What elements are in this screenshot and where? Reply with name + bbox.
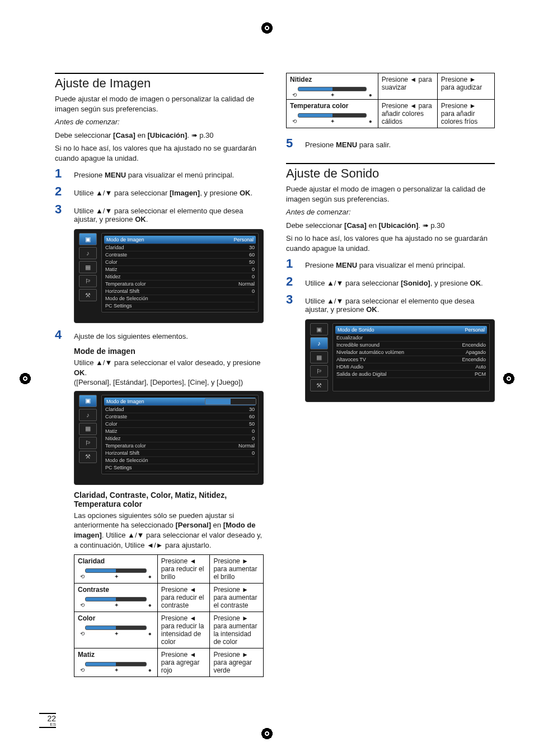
menu-icon-sound: ♪ xyxy=(79,409,97,421)
selection-highlight-box xyxy=(205,398,256,405)
step-4: 4 Ajuste de los siguientes elementos. xyxy=(55,329,264,341)
before-line-a: Debe seleccionar [Casa] en [Ubicación]. … xyxy=(55,130,264,141)
step-1: 1 Presione MENU para visualizar el menú … xyxy=(55,167,264,180)
heading-ajuste-sonido: Ajuste de Sonido xyxy=(286,166,495,181)
menu-row: Matiz0 xyxy=(105,428,255,435)
step-2: 2 Utilice ▲/▼ para seleccionar [Imagen],… xyxy=(55,185,264,198)
menu-icon-picture: ▣ xyxy=(310,323,328,335)
before-label: Antes de comenzar: xyxy=(55,117,264,127)
menu-row: Altavoces TVEncendido xyxy=(336,356,486,363)
param-right-action: Presione ► para agudizar xyxy=(437,73,494,100)
params-table-left: Claridad ⟲✦● Presione ◄ para reducir el … xyxy=(74,554,264,677)
adj-heading: Claridad, Contraste, Color, Matiz, Nitid… xyxy=(74,491,264,508)
menu-row: Color50 xyxy=(105,421,255,428)
menu-icon-picture: ▣ xyxy=(79,233,97,245)
menu-icon-install: ⚒ xyxy=(79,451,97,463)
registration-mark-right xyxy=(503,373,514,384)
before-line-b-sonido: Si no lo hace así, los valores que ha aj… xyxy=(286,234,495,253)
step-2-sonido: 2 Utilice ▲/▼ para seleccionar [Sonido],… xyxy=(286,276,495,288)
menu-row: Color50 xyxy=(105,259,255,266)
menu-row: PC Settings xyxy=(105,302,255,310)
param-right-action: Presione ► para agregar verde xyxy=(210,648,264,677)
param-right-action: Presione ► para aumentar el brillo xyxy=(210,555,264,584)
slider-graphic: ⟲✦● xyxy=(290,87,374,97)
menu-icon-picture: ▣ xyxy=(79,395,97,407)
before-line-a-sonido: Debe seleccionar [Casa] en [Ubicación]. … xyxy=(286,221,495,231)
param-left-action: Presione ◄ para suavizar xyxy=(378,73,437,100)
param-row: Claridad ⟲✦● Presione ◄ para reducir el … xyxy=(74,555,264,584)
before-label-sonido: Antes de comenzar: xyxy=(286,207,495,217)
param-label-cell: Color ⟲✦● xyxy=(74,612,158,648)
heading-rule xyxy=(286,163,495,164)
param-left-action: Presione ◄ para reducir el brillo xyxy=(157,555,210,584)
menu-row: Ecualizador xyxy=(336,334,486,342)
menu-row: Horizontal Shift0 xyxy=(105,450,255,457)
menu-icon-sound: ♪ xyxy=(79,247,97,259)
param-label-cell: Temperatura color ⟲✦● xyxy=(287,100,378,128)
mode-de-imagen-heading: Mode de imagen xyxy=(74,347,264,356)
menu-row: Claridad30 xyxy=(105,244,255,251)
menu-screenshot-imagen-2: ▣ ♪ ▦ 🏳 ⚒ Modo de ImagenPersonalClaridad… xyxy=(74,391,264,485)
menu-icon-features: ▦ xyxy=(79,261,97,273)
adj-text: Las opciones siguientes sólo se pueden a… xyxy=(74,511,264,550)
step-3: 3 Utilice ▲/▼ para seleccionar el elemen… xyxy=(55,203,264,223)
menu-icon-features: ▦ xyxy=(310,351,328,363)
param-label-cell: Contraste ⟲✦● xyxy=(74,584,158,612)
slider-graphic: ⟲✦● xyxy=(290,113,374,123)
param-left-action: Presione ◄ para agregar rojo xyxy=(157,648,210,677)
mode-de-imagen-text: Utilice ▲/▼ para seleccionar el valor de… xyxy=(74,358,264,388)
menu-row: Horizontal Shift0 xyxy=(105,288,255,295)
registration-mark-bottom xyxy=(261,728,273,739)
before-line-b: Si no lo hace así, los valores que ha aj… xyxy=(55,143,264,163)
heading-ajuste-imagen: Ajuste de Imagen xyxy=(55,76,264,91)
menu-screenshot-imagen-1: ▣ ♪ ▦ 🏳 ⚒ Modo de ImagenPersonalClaridad… xyxy=(74,229,264,323)
param-label-cell: Matiz ⟲✦● xyxy=(74,648,158,677)
menu-icon-install: ⚒ xyxy=(310,379,328,391)
param-left-action: Presione ◄ para reducir la intensidad de… xyxy=(157,612,210,648)
menu-icon-language: 🏳 xyxy=(310,365,328,377)
menu-row: Temperatura colorNormal xyxy=(105,281,255,288)
param-left-action: Presione ◄ para reducir el contraste xyxy=(157,584,210,612)
param-right-action: Presione ► para aumentar el contraste xyxy=(210,584,264,612)
param-row: Nitidez ⟲✦● Presione ◄ para suavizarPres… xyxy=(287,73,495,100)
param-row: Matiz ⟲✦● Presione ◄ para agregar rojoPr… xyxy=(74,648,264,677)
menu-row: Modo de SonidoPersonal xyxy=(335,326,487,334)
param-row: Contraste ⟲✦● Presione ◄ para reducir el… xyxy=(74,584,264,612)
menu-icon-language: 🏳 xyxy=(79,437,97,449)
page-footer: 22 ES xyxy=(39,713,56,728)
registration-mark-top xyxy=(261,22,273,34)
registration-mark-left xyxy=(20,373,31,384)
menu-row: PC Settings xyxy=(105,464,255,472)
menu-icon-features: ▦ xyxy=(79,423,97,435)
intro-text-sonido: Puede ajustar el modo de imagen o person… xyxy=(286,184,495,204)
menu-row: Nitidez0 xyxy=(105,435,255,442)
params-table-right: Nitidez ⟲✦● Presione ◄ para suavizarPres… xyxy=(286,73,495,128)
step-5: 5 Presione MENU para salir. xyxy=(286,137,495,150)
menu-row: Modo de Selección xyxy=(105,295,255,302)
param-label-cell: Claridad ⟲✦● xyxy=(74,555,158,584)
menu-row: Contraste60 xyxy=(105,251,255,259)
menu-icon-sound: ♪ xyxy=(310,337,328,349)
step-1-sonido: 1 Presione MENU para visualizar el menú … xyxy=(286,258,495,270)
slider-graphic: ⟲✦● xyxy=(78,597,154,607)
menu-row: Nitidez0 xyxy=(105,273,255,281)
param-right-action: Presione ► para aumentar la intensidad d… xyxy=(210,612,264,648)
right-column: Nitidez ⟲✦● Presione ◄ para suavizarPres… xyxy=(286,73,495,683)
menu-row: Salida de audio DigitalPCM xyxy=(336,371,486,378)
param-left-action: Presione ◄ para añadir colores cálidos xyxy=(378,100,437,128)
menu-row: Modo de Selección xyxy=(105,457,255,464)
menu-row: Incredible surroundEncendido xyxy=(336,342,486,349)
menu-row: Temperatura colorNormal xyxy=(105,442,255,450)
menu-row: Modo de ImagenPersonal xyxy=(104,236,256,244)
slider-graphic: ⟲✦● xyxy=(78,626,154,636)
menu-row: Contraste60 xyxy=(105,413,255,421)
menu-row: Nivelador automático volúmenApagado xyxy=(336,349,486,356)
menu-icon-install: ⚒ xyxy=(79,289,97,301)
menu-row: Matiz0 xyxy=(105,266,255,273)
menu-row: HDMI AudioAuto xyxy=(336,363,486,371)
step-3-sonido: 3 Utilice ▲/▼ para seleccionar el elemen… xyxy=(286,293,495,314)
param-row: Color ⟲✦● Presione ◄ para reducir la int… xyxy=(74,612,264,648)
slider-graphic: ⟲✦● xyxy=(78,662,154,672)
param-row: Temperatura color ⟲✦● Presione ◄ para añ… xyxy=(287,100,495,128)
left-column: Ajuste de Imagen Puede ajustar el modo d… xyxy=(55,73,264,683)
